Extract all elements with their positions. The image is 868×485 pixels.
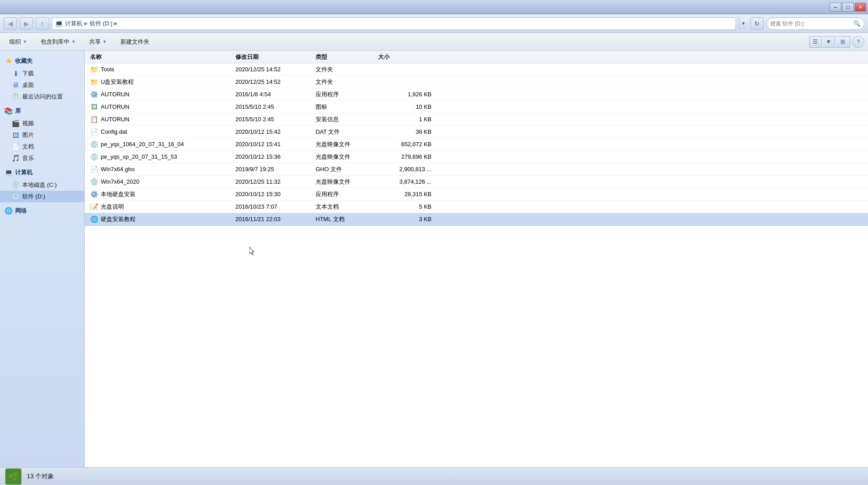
file-name-cell: 📁 U盘安装教程 bbox=[88, 78, 235, 86]
sidebar-item-desktop[interactable]: 🖥 桌面 bbox=[0, 79, 84, 91]
close-button[interactable]: ✕ bbox=[855, 3, 866, 12]
file-size-cell: 36 KB bbox=[378, 128, 440, 135]
table-row[interactable]: 🖼 AUTORUN 2015/5/10 2:45 图标 10 KB bbox=[85, 101, 868, 113]
file-type-cell: 应用程序 bbox=[316, 190, 378, 198]
table-row[interactable]: 📋 AUTORUN 2015/5/10 2:45 安装信息 1 KB bbox=[85, 113, 868, 126]
image-icon: 🖼 bbox=[12, 131, 20, 139]
status-count: 13 个对象 bbox=[27, 473, 54, 481]
sidebar-item-disk-c[interactable]: 💿 本地磁盘 (C:) bbox=[0, 179, 84, 191]
file-date-cell: 2020/10/12 15:41 bbox=[235, 141, 316, 148]
sidebar-library-header[interactable]: 📚 库 bbox=[0, 104, 84, 118]
share-button[interactable]: 共享 ▼ bbox=[83, 35, 113, 49]
library-icon: 📚 bbox=[4, 107, 12, 115]
file-icon: 💿 bbox=[90, 178, 98, 186]
sidebar: ★ 收藏夹 ⬇ 下载 🖥 桌面 ⏱ 最近访问的位置 📚 库 🎬 bbox=[0, 51, 85, 467]
view-layout-button[interactable]: ⊞ bbox=[836, 36, 850, 48]
file-date-cell: 2015/5/10 2:45 bbox=[235, 103, 316, 110]
table-row[interactable]: 📁 Tools 2020/12/25 14:52 文件夹 bbox=[85, 63, 868, 76]
breadcrumb-disk[interactable]: 软件 (D:) ▶ bbox=[90, 20, 118, 28]
desktop-icon: 🖥 bbox=[12, 81, 20, 89]
forward-button[interactable]: ▶ bbox=[20, 17, 33, 30]
table-row[interactable]: 📄 Config.dat 2020/10/12 15:42 DAT 文件 36 … bbox=[85, 126, 868, 138]
file-icon: 📄 bbox=[90, 128, 98, 136]
file-size-cell: 2,900,813 ... bbox=[378, 166, 440, 173]
breadcrumb-computer[interactable]: 计算机 ▶ bbox=[65, 20, 88, 28]
sidebar-item-downloads[interactable]: ⬇ 下载 bbox=[0, 68, 84, 79]
file-name-cell: ⚙️ 本地硬盘安装 bbox=[88, 190, 235, 198]
file-type-cell: 光盘映像文件 bbox=[316, 178, 378, 186]
view-toggle-button[interactable]: ☰ bbox=[809, 36, 822, 48]
sidebar-item-image[interactable]: 🖼 图片 bbox=[0, 129, 84, 141]
sidebar-item-recent[interactable]: ⏱ 最近访问的位置 bbox=[0, 91, 84, 103]
search-icon: 🔍 bbox=[853, 20, 860, 27]
file-name-text: 本地硬盘安装 bbox=[101, 190, 136, 198]
header-name[interactable]: 名称 bbox=[88, 53, 235, 61]
organize-arrow-icon: ▼ bbox=[23, 39, 27, 44]
sidebar-item-docs[interactable]: 📄 文档 bbox=[0, 141, 84, 152]
download-icon: ⬇ bbox=[12, 70, 20, 78]
table-row[interactable]: 💿 Win7x64_2020 2020/12/25 11:32 光盘映像文件 3… bbox=[85, 176, 868, 188]
breadcrumb-bar: 💻 计算机 ▶ 软件 (D:) ▶ bbox=[52, 17, 736, 30]
refresh-button[interactable]: ↻ bbox=[750, 17, 764, 30]
file-type-cell: 文件夹 bbox=[316, 78, 378, 86]
header-type[interactable]: 类型 bbox=[316, 53, 378, 61]
sidebar-item-video[interactable]: 🎬 视频 bbox=[0, 118, 84, 129]
file-size-cell: 1 KB bbox=[378, 116, 440, 123]
file-name-text: AUTORUN bbox=[101, 116, 129, 123]
table-row[interactable]: 💿 pe_yqs_1064_20_07_31_16_04 2020/10/12 … bbox=[85, 138, 868, 151]
back-button[interactable]: ◀ bbox=[4, 17, 17, 30]
file-icon: 📁 bbox=[90, 66, 98, 74]
file-date-cell: 2020/12/25 11:32 bbox=[235, 178, 316, 185]
table-row[interactable]: 💿 pe_yqs_xp_20_07_31_15_53 2020/10/12 15… bbox=[85, 151, 868, 163]
file-size-cell: 3 KB bbox=[378, 216, 440, 222]
table-row[interactable]: 📝 光盘说明 2016/10/23 7:07 文本文档 5 KB bbox=[85, 201, 868, 213]
sidebar-section-network: 🌐 网络 bbox=[0, 204, 84, 218]
sidebar-item-disk-d[interactable]: 💿 软件 (D:) bbox=[0, 191, 84, 202]
maximize-button[interactable]: □ bbox=[842, 3, 854, 12]
file-name-text: pe_yqs_xp_20_07_31_15_53 bbox=[101, 153, 177, 160]
sidebar-computer-header[interactable]: 💻 计算机 bbox=[0, 166, 84, 179]
titlebar-buttons: – □ ✕ bbox=[830, 3, 866, 12]
file-name-text: pe_yqs_1064_20_07_31_16_04 bbox=[101, 141, 184, 148]
file-type-cell: DAT 文件 bbox=[316, 128, 378, 136]
minimize-button[interactable]: – bbox=[830, 3, 841, 12]
search-input[interactable] bbox=[770, 21, 852, 27]
table-row[interactable]: 🌐 硬盘安装教程 2016/11/21 22:03 HTML 文档 3 KB bbox=[85, 213, 868, 226]
table-row[interactable]: 📁 U盘安装教程 2020/12/25 14:52 文件夹 bbox=[85, 76, 868, 88]
header-date[interactable]: 修改日期 bbox=[235, 53, 316, 61]
sidebar-network-header[interactable]: 🌐 网络 bbox=[0, 204, 84, 218]
file-icon: 📝 bbox=[90, 203, 98, 211]
status-app-icon: 🌿 bbox=[5, 469, 21, 485]
include-library-button[interactable]: 包含到库中 ▼ bbox=[35, 35, 82, 49]
sidebar-favorites-header[interactable]: ★ 收藏夹 bbox=[0, 54, 84, 68]
help-button[interactable]: ? bbox=[852, 36, 864, 48]
file-name-cell: 📄 Win7x64.gho bbox=[88, 165, 235, 173]
main-area: ★ 收藏夹 ⬇ 下载 🖥 桌面 ⏱ 最近访问的位置 📚 库 🎬 bbox=[0, 51, 868, 467]
file-date-cell: 2016/1/8 4:54 bbox=[235, 91, 316, 98]
file-icon: 📄 bbox=[90, 165, 98, 173]
organize-button[interactable]: 组织 ▼ bbox=[4, 35, 33, 49]
new-folder-button[interactable]: 新建文件夹 bbox=[115, 35, 155, 49]
sidebar-item-music[interactable]: 🎵 音乐 bbox=[0, 152, 84, 164]
file-name-text: U盘安装教程 bbox=[101, 78, 134, 86]
search-bar: 🔍 bbox=[766, 17, 864, 30]
view-dropdown-button[interactable]: ▼ bbox=[823, 36, 835, 48]
table-row[interactable]: ⚙️ AUTORUN 2016/1/8 4:54 应用程序 1,926 KB bbox=[85, 88, 868, 101]
file-date-cell: 2016/10/23 7:07 bbox=[235, 203, 316, 210]
file-size-cell: 10 KB bbox=[378, 103, 440, 110]
file-name-text: Win7x64.gho bbox=[101, 166, 135, 173]
up-button[interactable]: ↑ bbox=[36, 17, 49, 30]
sidebar-section-library: 📚 库 🎬 视频 🖼 图片 📄 文档 🎵 音乐 bbox=[0, 104, 84, 164]
file-type-cell: 安装信息 bbox=[316, 115, 378, 123]
titlebar: – □ ✕ bbox=[0, 0, 868, 14]
header-size[interactable]: 大小 bbox=[378, 53, 440, 61]
breadcrumb-arrow-1: ▶ bbox=[84, 21, 88, 26]
file-name-cell: 💿 Win7x64_2020 bbox=[88, 178, 235, 186]
breadcrumb-dropdown[interactable]: ▼ bbox=[739, 17, 748, 30]
addressbar: ◀ ▶ ↑ 💻 计算机 ▶ 软件 (D:) ▶ ▼ ↻ 🔍 bbox=[0, 14, 868, 33]
table-row[interactable]: ⚙️ 本地硬盘安装 2020/10/12 15:30 应用程序 28,315 K… bbox=[85, 188, 868, 201]
table-row[interactable]: 📄 Win7x64.gho 2019/9/7 19:25 GHO 文件 2,90… bbox=[85, 163, 868, 176]
file-type-cell: 文本文档 bbox=[316, 203, 378, 211]
recent-icon: ⏱ bbox=[12, 93, 20, 101]
view-buttons: ☰ ▼ ⊞ bbox=[809, 36, 850, 48]
